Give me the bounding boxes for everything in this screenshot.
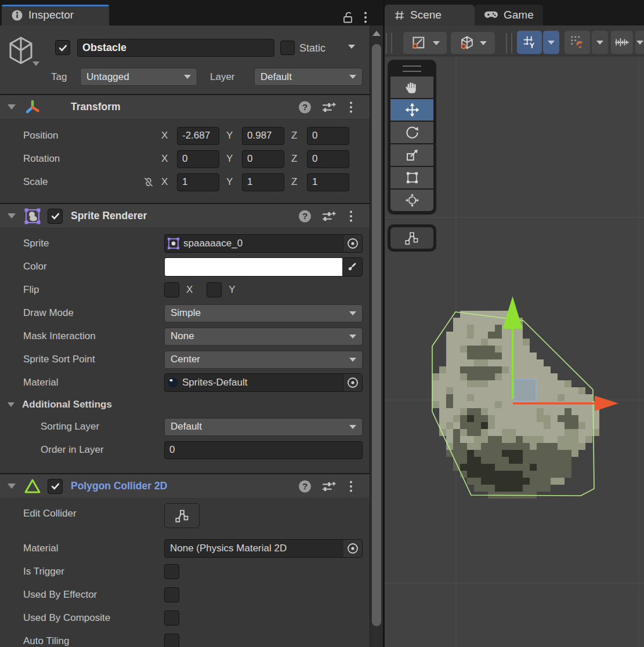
transform-foldout[interactable] [8, 104, 16, 110]
snap-increment-button[interactable] [611, 31, 633, 54]
scale-y-input[interactable]: 1 [242, 173, 284, 191]
polygon-collider-kebab-icon[interactable] [349, 480, 353, 493]
help-icon[interactable]: ? [298, 209, 312, 223]
object-picker-icon[interactable] [343, 374, 362, 391]
lock-icon[interactable] [341, 10, 354, 24]
polygon-collider-header[interactable]: Polygon Collider 2D ? [0, 473, 370, 499]
position-z-input[interactable]: 0 [307, 127, 349, 145]
rotation-x-input[interactable]: 0 [177, 150, 219, 168]
sprite-object-field[interactable]: spaaaaace_0 [164, 234, 363, 253]
scale-x-input[interactable]: 1 [177, 173, 219, 191]
physics-material-value: None (Physics Material 2D [167, 543, 287, 554]
flip-x-checkbox[interactable] [164, 282, 179, 297]
dropdown-icon [548, 41, 555, 45]
sorting-layer-dropdown[interactable]: Default [164, 418, 363, 436]
used-by-composite-row: Used By Composite [0, 606, 370, 630]
layer-dropdown[interactable]: Default [254, 68, 363, 86]
scrollbar-up-arrow[interactable] [372, 31, 381, 36]
transform-tool-button[interactable] [390, 190, 433, 211]
used-by-effector-row: Used By Effector [0, 583, 370, 606]
object-picker-icon[interactable] [343, 235, 362, 252]
mask-interaction-dropdown[interactable]: None [164, 328, 363, 346]
tag-dropdown[interactable]: Untagged [80, 68, 197, 86]
tab-game[interactable]: Game [475, 5, 543, 26]
active-tab-stripe [2, 5, 109, 6]
presets-icon[interactable] [321, 480, 336, 493]
material-label: Material [23, 377, 164, 388]
scale-z-input[interactable]: 1 [307, 173, 349, 191]
flip-row: Flip X Y [0, 278, 370, 301]
flip-y-checkbox[interactable] [207, 282, 222, 297]
color-field[interactable] [164, 257, 363, 277]
is-trigger-label: Is Trigger [23, 566, 164, 577]
presets-icon[interactable] [321, 101, 336, 114]
gameobject-active-checkbox[interactable] [55, 40, 70, 55]
position-y-input[interactable]: 0.987 [242, 127, 284, 145]
auto-tiling-checkbox[interactable] [164, 634, 179, 647]
sprite-renderer-foldout[interactable] [8, 213, 16, 219]
material-object-field[interactable]: Sprites-Default [164, 373, 363, 392]
gameobject-header: Obstacle Static Tag Untagged Layer Defau… [0, 26, 370, 94]
presets-icon[interactable] [321, 210, 336, 223]
gameobject-name-field[interactable]: Obstacle [77, 39, 274, 57]
pivot-mode-button[interactable] [403, 32, 447, 54]
is-trigger-checkbox[interactable] [164, 564, 179, 579]
snap-increment-dropdown[interactable] [635, 31, 644, 54]
object-picker-icon[interactable] [343, 540, 362, 557]
edit-collider-tool-button[interactable] [390, 227, 433, 249]
gameobject-icon-dropdown[interactable] [32, 61, 39, 66]
snap-settings-dropdown[interactable] [592, 31, 608, 54]
color-swatch[interactable] [165, 258, 342, 276]
additional-settings-foldout[interactable] [8, 402, 15, 407]
snap-magnet-button[interactable] [565, 31, 590, 54]
scene-viewport[interactable] [385, 56, 644, 647]
grid-snapping-dropdown[interactable] [543, 31, 559, 54]
order-in-layer-label: Order in Layer [23, 444, 164, 456]
grid-snapping-button[interactable]: Y [517, 31, 542, 54]
physics-material-object-field[interactable]: None (Physics Material 2D [164, 539, 363, 558]
dropdown-icon [480, 41, 487, 45]
used-by-effector-checkbox[interactable] [164, 587, 179, 602]
polygon-collider-enabled-checkbox[interactable] [48, 479, 63, 494]
toolbar-drag-handle[interactable] [506, 33, 512, 53]
overlay-drag-handle[interactable] [403, 66, 421, 72]
scrollbar-thumb[interactable] [372, 44, 381, 626]
static-dropdown-icon[interactable] [348, 45, 355, 49]
rotation-z-input[interactable]: 0 [307, 150, 349, 168]
tab-inspector[interactable]: Inspector [2, 5, 109, 26]
transform-header[interactable]: Transform ? [0, 94, 370, 119]
toolbar-drag-handle[interactable] [386, 33, 392, 53]
scale-tool-button[interactable] [390, 144, 433, 166]
draw-mode-dropdown[interactable]: Simple [164, 304, 363, 322]
handle-orientation-button[interactable] [451, 32, 495, 54]
rect-tool-button[interactable] [390, 167, 433, 188]
tab-scene[interactable]: Scene [385, 5, 475, 26]
inspector-scrollbar[interactable] [370, 26, 383, 647]
move-tool-button[interactable] [390, 99, 433, 121]
order-in-layer-input[interactable]: 0 [164, 441, 363, 459]
rotate-tool-button[interactable] [390, 122, 433, 143]
rotation-y-input[interactable]: 0 [242, 150, 284, 168]
help-icon[interactable]: ? [298, 100, 312, 114]
polygon-collider-foldout[interactable] [8, 484, 16, 489]
edit-collider-button[interactable] [164, 503, 200, 528]
gameobject-cube-icon[interactable] [7, 36, 35, 66]
sprite-renderer-enabled-checkbox[interactable] [48, 209, 63, 224]
position-x-input[interactable]: -2.687 [177, 127, 219, 145]
hand-tool-button[interactable] [390, 77, 433, 98]
eyedropper-icon[interactable] [342, 258, 362, 276]
sprite-sort-point-dropdown[interactable]: Center [164, 351, 363, 369]
help-icon[interactable]: ? [298, 479, 312, 493]
transform-kebab-icon[interactable] [349, 101, 353, 114]
additional-settings-foldout-row[interactable]: Additional Settings [0, 394, 370, 415]
used-by-composite-checkbox[interactable] [164, 610, 179, 626]
tab-inspector-label: Inspector [28, 9, 74, 21]
scale-link-icon[interactable] [142, 176, 161, 188]
rotation-row: Rotation X0 Y0 Z0 [0, 147, 349, 170]
sprite-renderer-header[interactable]: Sprite Renderer ? [0, 203, 370, 228]
svg-text:?: ? [302, 102, 307, 112]
kebab-menu-icon[interactable] [363, 11, 368, 24]
static-checkbox[interactable] [280, 41, 295, 55]
sprite-renderer-kebab-icon[interactable] [349, 210, 353, 223]
physics-material-row: Material None (Physics Material 2D [0, 537, 370, 560]
